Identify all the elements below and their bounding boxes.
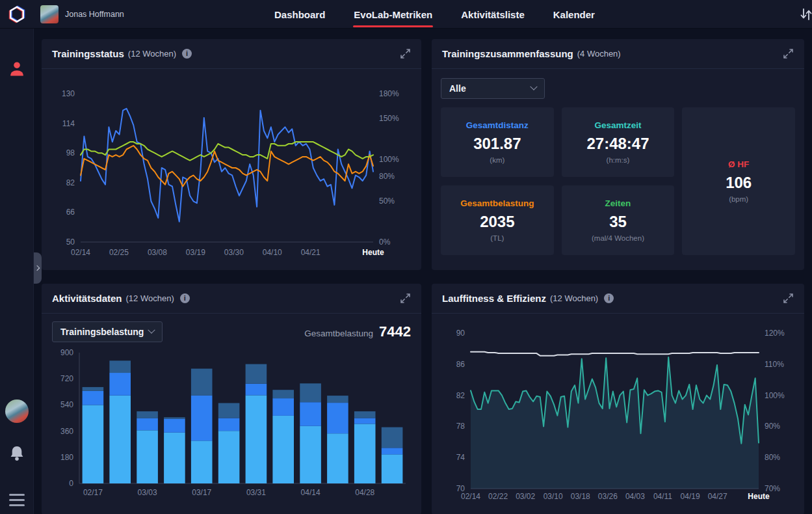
- stat-unit: (km): [490, 156, 504, 164]
- hamburger-menu-icon[interactable]: [9, 494, 25, 506]
- svg-text:04/27: 04/27: [708, 492, 727, 501]
- expand-icon[interactable]: [783, 293, 794, 304]
- stat-unit: (h:m:s): [607, 156, 630, 164]
- profile-person-icon[interactable]: [8, 60, 26, 81]
- stat-unit: (mal/4 Wochen): [592, 234, 644, 242]
- stat-card-zeiten: Zeiten 35 (mal/4 Wochen): [562, 185, 675, 255]
- panel-title: Trainingsstatus: [52, 48, 124, 59]
- svg-text:66: 66: [66, 208, 75, 217]
- app-logo[interactable]: [0, 0, 34, 29]
- aktivitaetsdaten-bar-chart: 900720540360180002/1703/0303/1703/3104/1…: [52, 345, 411, 500]
- info-icon[interactable]: [604, 293, 614, 303]
- bell-icon[interactable]: [8, 445, 25, 465]
- sport-filter-value: Alle: [449, 83, 466, 94]
- svg-text:50%: 50%: [379, 196, 395, 206]
- svg-text:130: 130: [62, 89, 75, 98]
- svg-text:03/08: 03/08: [148, 248, 167, 257]
- chevron-down-icon: [530, 83, 537, 90]
- stat-label: Gesamtdistanz: [466, 120, 529, 130]
- user-avatar[interactable]: [40, 5, 59, 23]
- chevron-right-icon: [34, 265, 39, 271]
- total-load-value: 7442: [379, 323, 411, 340]
- tab-evolab-metriken[interactable]: EvoLab-Metriken: [353, 0, 433, 29]
- topbar: Jonas Hoffmann Dashboard EvoLab-Metriken…: [0, 0, 812, 29]
- chevron-down-icon: [148, 327, 155, 334]
- sidebar-avatar[interactable]: [5, 399, 29, 423]
- svg-text:03/30: 03/30: [224, 248, 244, 257]
- svg-text:04/10: 04/10: [263, 248, 282, 257]
- tab-aktivitaetsliste[interactable]: Aktivitätsliste: [460, 0, 525, 29]
- tab-kalender[interactable]: Kalender: [553, 0, 596, 29]
- stat-unit: (bpm): [729, 195, 748, 203]
- user-name: Jonas Hoffmann: [65, 10, 124, 19]
- sidebar: [0, 29, 34, 514]
- svg-text:180: 180: [60, 453, 73, 462]
- sport-filter-dropdown[interactable]: Alle: [441, 78, 545, 99]
- panel-aktivitaetsdaten-header: Aktivitätsdaten (12 Wochen): [42, 284, 421, 314]
- expand-icon[interactable]: [400, 293, 411, 304]
- total-load-label: Gesamtbelastung: [304, 329, 373, 338]
- svg-text:03/17: 03/17: [192, 488, 211, 497]
- svg-text:Heute: Heute: [362, 248, 384, 257]
- stat-value: 2035: [480, 213, 514, 231]
- svg-text:04/03: 04/03: [625, 492, 645, 501]
- metric-dropdown[interactable]: Trainingsbelastung: [52, 321, 163, 342]
- svg-text:82: 82: [456, 391, 465, 400]
- panel-trainingsstatus-header: Trainingsstatus (12 Wochen): [42, 39, 421, 69]
- svg-text:04/11: 04/11: [653, 492, 672, 501]
- expand-icon[interactable]: [400, 48, 411, 59]
- stat-card-gesamtbelastung: Gesamtbelastung 2035 (TL): [441, 185, 554, 255]
- stat-card-hf: Ø HF 106 (bpm): [682, 107, 795, 255]
- panel-title: Trainingszusammenfassung: [442, 48, 573, 59]
- svg-text:0%: 0%: [379, 237, 391, 247]
- stat-value: 35: [609, 213, 627, 231]
- panel-trainingszusammenfassung-header: Trainingszusammenfassung (4 Wochen): [432, 39, 804, 69]
- summary-cards: Gesamtdistanz 301.87 (km) Gesamtzeit 27:…: [441, 107, 795, 255]
- sidebar-flyout-handle[interactable]: [34, 252, 42, 284]
- stat-value: 27:48:47: [586, 135, 649, 153]
- svg-text:80%: 80%: [765, 453, 780, 462]
- stat-label: Zeiten: [605, 198, 631, 208]
- panel-period: (12 Wochen): [550, 293, 598, 303]
- svg-text:03/18: 03/18: [571, 492, 590, 501]
- total-load: Gesamtbelastung 7442: [304, 323, 411, 340]
- svg-text:180%: 180%: [379, 89, 399, 98]
- panel-lauffitness: Lauffitness & Effizienz (12 Wochen) 9086…: [432, 284, 804, 514]
- metric-dropdown-value: Trainingsbelastung: [60, 327, 144, 337]
- trainingsstatus-chart: 13011498826650180%150%100%80%50%0%02/140…: [52, 72, 411, 267]
- svg-text:900: 900: [60, 348, 73, 357]
- activity-controls: Trainingsbelastung Gesamtbelastung 7442: [42, 314, 421, 342]
- svg-text:98: 98: [66, 148, 75, 157]
- panel-period: (12 Wochen): [126, 293, 174, 303]
- svg-text:78: 78: [456, 422, 465, 431]
- nav-tabs: Dashboard EvoLab-Metriken Aktivitätslist…: [274, 0, 596, 29]
- stat-unit: (TL): [490, 234, 504, 242]
- svg-text:03/02: 03/02: [516, 492, 535, 501]
- svg-text:03/26: 03/26: [598, 492, 618, 501]
- stat-card-gesamtdistanz: Gesamtdistanz 301.87 (km): [441, 107, 554, 177]
- stat-label: Gesamtzeit: [594, 120, 641, 130]
- svg-text:90%: 90%: [765, 422, 780, 431]
- stat-label: Gesamtbelastung: [460, 198, 534, 208]
- stat-label: Ø HF: [728, 159, 749, 169]
- info-icon[interactable]: [182, 49, 192, 59]
- svg-text:120%: 120%: [765, 329, 785, 338]
- svg-text:100%: 100%: [379, 155, 399, 164]
- svg-text:03/03: 03/03: [138, 488, 157, 497]
- info-icon[interactable]: [180, 293, 190, 303]
- svg-text:50: 50: [66, 237, 75, 247]
- svg-text:04/28: 04/28: [355, 488, 374, 497]
- svg-text:100%: 100%: [765, 391, 785, 400]
- lauffitness-chart: 908682787470120%110%100%90%80%70%02/1402…: [442, 316, 794, 510]
- stat-value: 106: [726, 174, 752, 192]
- svg-text:360: 360: [60, 427, 73, 436]
- expand-icon[interactable]: [783, 48, 794, 59]
- svg-text:02/25: 02/25: [109, 248, 129, 257]
- tab-dashboard[interactable]: Dashboard: [274, 0, 326, 29]
- svg-text:82: 82: [66, 178, 75, 187]
- svg-text:110%: 110%: [765, 360, 784, 369]
- sort-arrows-icon[interactable]: [800, 7, 812, 21]
- svg-text:03/31: 03/31: [246, 488, 266, 497]
- panel-lauffitness-header: Lauffitness & Effizienz (12 Wochen): [432, 284, 804, 314]
- panel-aktivitaetsdaten: Aktivitätsdaten (12 Wochen) Trainingsbel…: [42, 284, 421, 514]
